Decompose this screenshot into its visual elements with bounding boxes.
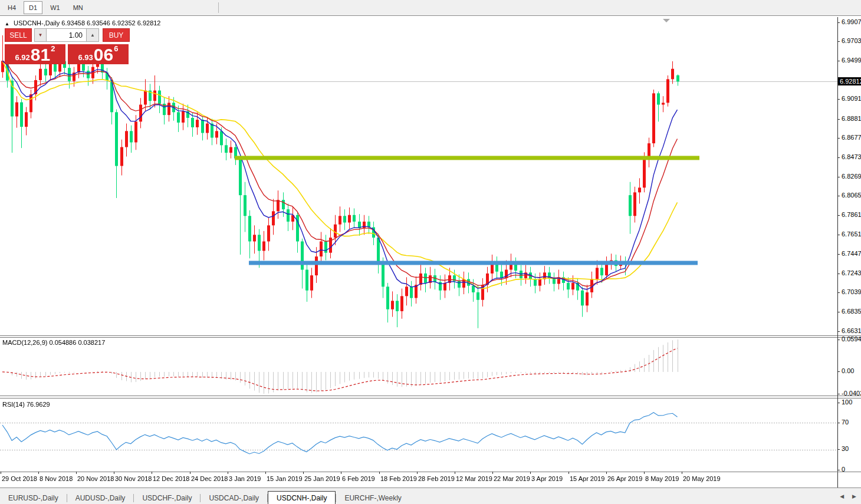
price-axis-tick <box>837 331 840 332</box>
price-axis-label: 6.97030 <box>842 37 861 44</box>
rsi-axis-label: 70 <box>842 419 849 426</box>
tab-scroll-left-icon[interactable]: ◀ <box>840 493 844 499</box>
price-axis-tick <box>837 119 840 120</box>
chart-tab-eurchf[interactable]: EURCHF-,Weekly <box>336 492 409 504</box>
chart-tabs: EURUSD-,DailyAUDUSD-,DailyUSDCHF-,DailyU… <box>0 491 410 504</box>
timeframe-button-d1[interactable]: D1 <box>24 1 42 14</box>
date-axis-tick <box>114 472 114 474</box>
price-axis-label: 6.68350 <box>842 308 861 315</box>
date-axis-label: 6 Feb 2019 <box>342 475 375 482</box>
price-axis-label: 6.99070 <box>842 18 861 25</box>
price-axis-label: 6.82690 <box>842 173 861 180</box>
macd-axis-label: 0.059422 <box>842 335 861 342</box>
date-axis-tick <box>265 472 266 474</box>
date-axis-tick <box>38 472 39 474</box>
tab-scroll-right-icon[interactable]: ▶ <box>852 493 856 499</box>
date-axis-tick <box>190 472 190 474</box>
date-axis-label: 3 Apr 2019 <box>531 475 563 482</box>
price-chart-canvas[interactable] <box>0 17 837 335</box>
volume-input[interactable] <box>47 28 87 42</box>
price-axis-tick <box>837 274 840 274</box>
date-axis-label: 18 Feb 2019 <box>380 475 417 482</box>
rsi-axis-tick <box>837 423 840 423</box>
price-axis-tick <box>837 312 840 312</box>
buy-button[interactable]: BUY <box>103 28 130 42</box>
price-axis-tick <box>837 196 840 196</box>
price-axis-tick <box>837 254 840 255</box>
price-axis-tick <box>837 215 840 216</box>
price-axis-label: 6.74470 <box>842 250 861 257</box>
price-axis-label: 6.88810 <box>842 115 861 122</box>
date-axis-label: 3 Jan 2019 <box>229 475 261 482</box>
chart-tab-usdcnh[interactable]: USDCNH-,Daily <box>268 491 336 504</box>
date-axis-label: 30 Nov 2018 <box>115 475 152 482</box>
chart-tab-audusd[interactable]: AUDUSD-,Daily <box>67 492 134 504</box>
volume-down-icon[interactable]: ▼ <box>34 28 47 42</box>
rsi-label: RSI(14) 76.9629 <box>2 401 50 408</box>
date-axis-tick <box>228 472 228 474</box>
price-axis-label: 6.86770 <box>842 134 861 141</box>
sell-button[interactable]: SELL <box>5 28 32 42</box>
buy-price-sup: 6 <box>114 44 118 53</box>
macd-rsi-splitter[interactable] <box>0 396 861 398</box>
main-macd-splitter[interactable] <box>0 335 861 338</box>
volume-up-icon[interactable]: ▲ <box>87 28 99 42</box>
price-axis-tick <box>837 235 840 235</box>
price-axis-tick <box>837 157 840 158</box>
rsi-indicator-canvas[interactable] <box>0 399 837 472</box>
sell-price-small: 6.92 <box>15 53 30 62</box>
rsi-axis-label: 100 <box>842 398 852 406</box>
macd-label: MACD(12,26,9) 0.054886 0.038217 <box>2 339 105 346</box>
timeframe-button-mn[interactable]: MN <box>68 1 88 14</box>
price-axis-tick <box>837 177 840 177</box>
date-axis-label: 12 Dec 2018 <box>153 475 189 482</box>
date-axis-tick <box>379 472 380 474</box>
terminal-window: H4D1W1MN ▲ USDCNH-,Daily 6.93458 6.93546… <box>0 0 861 504</box>
date-axis-tick <box>417 472 418 474</box>
date-axis-label: 25 Jan 2019 <box>304 475 340 482</box>
date-axis-label: 20 Nov 2018 <box>77 475 114 482</box>
date-axis-label: 8 Nov 2018 <box>40 475 73 482</box>
price-axis-tick <box>837 22 840 23</box>
price-axis-tick <box>837 292 840 293</box>
sell-price-box[interactable]: 6.92 81 2 <box>5 44 65 64</box>
macd-axis-tick <box>837 394 840 394</box>
date-axis-label: 24 Dec 2018 <box>191 475 228 482</box>
price-axis-label: 6.70390 <box>842 288 861 295</box>
macd-axis-label: -0.040371 <box>842 390 861 397</box>
chart-tab-usdcad[interactable]: USDCAD-,Daily <box>201 492 267 504</box>
date-axis-label: 20 May 2019 <box>683 475 721 482</box>
symbol-info-header: ▲ USDCNH-,Daily 6.93458 6.93546 6.92352 … <box>5 19 160 27</box>
rsi-axis-tick <box>837 470 840 470</box>
price-axis-label: 6.76510 <box>842 230 861 238</box>
price-axis-label: 6.84730 <box>842 153 861 160</box>
price-axis-tick <box>837 99 840 100</box>
chart-tab-usdchf[interactable]: USDCHF-,Daily <box>134 492 200 504</box>
chart-tab-eurusd[interactable]: EURUSD-,Daily <box>0 492 67 504</box>
timeframe-button-w1[interactable]: W1 <box>45 1 65 14</box>
macd-axis-label: 0.00 <box>842 367 854 374</box>
date-axis-tick <box>152 472 152 474</box>
collapse-triangle-icon[interactable]: ▲ <box>5 21 9 27</box>
price-axis-tick <box>837 61 840 61</box>
date-axis-label: 29 Oct 2018 <box>2 475 37 482</box>
macd-indicator-canvas[interactable] <box>0 338 837 396</box>
date-axis-label: 22 Mar 2019 <box>494 475 530 482</box>
price-axis-label: 6.72430 <box>842 269 861 276</box>
price-axis-label: 6.90910 <box>842 95 861 102</box>
date-axis-label: 28 Feb 2019 <box>418 475 455 482</box>
sell-price-sup: 2 <box>51 44 55 53</box>
buy-price-small: 6.93 <box>78 53 93 62</box>
price-axis-tick <box>837 41 840 42</box>
chart-tab-bar: EURUSD-,DailyAUDUSD-,DailyUSDCHF-,DailyU… <box>0 487 861 504</box>
date-axis-tick <box>1 472 1 474</box>
buy-price-box[interactable]: 6.93 06 6 <box>68 44 129 64</box>
date-axis-tick <box>455 472 455 474</box>
timeframe-button-h4[interactable]: H4 <box>2 1 21 14</box>
date-axis-label: 8 May 2019 <box>645 475 679 482</box>
rsi-axis-tick <box>837 449 840 450</box>
price-axis-border <box>837 17 838 487</box>
tab-scroll-arrows: ◀ ▶ <box>840 493 856 499</box>
price-axis-label: 6.94990 <box>842 57 861 64</box>
date-axis-tick <box>682 472 682 474</box>
